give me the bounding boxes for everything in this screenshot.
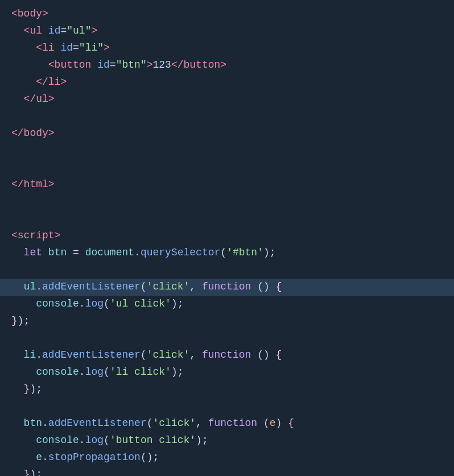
code-line-14: <script> bbox=[0, 227, 454, 245]
btn-text: 123 bbox=[153, 57, 171, 74]
paren-open: ( bbox=[104, 296, 110, 313]
attr-id: id bbox=[48, 23, 61, 40]
var-ul: ul bbox=[24, 279, 36, 296]
var-e: e bbox=[36, 449, 42, 466]
code-line-empty-5 bbox=[0, 210, 454, 227]
method-addeventlistener-btn: addEventListener bbox=[48, 415, 147, 432]
tag-html-close: </html> bbox=[11, 176, 55, 193]
code-editor: <body> <ul id="ul"> <li id="li"> <button… bbox=[0, 0, 454, 476]
code-line-18: console.log('ul click'); bbox=[0, 296, 454, 313]
tag-li-close: </li> bbox=[36, 74, 67, 91]
brace-close-btn: } bbox=[24, 466, 30, 476]
var-btn: btn bbox=[48, 245, 67, 262]
tag-close: > bbox=[104, 40, 110, 57]
code-line-27: e.stopPropagation(); bbox=[0, 449, 454, 466]
space bbox=[42, 245, 48, 262]
tag-body-open: <body> bbox=[11, 6, 48, 23]
dot: . bbox=[79, 296, 85, 313]
tag-ul-close: </ul> bbox=[24, 91, 55, 108]
paren-close-semi-btn: ); bbox=[30, 466, 42, 476]
equals: = bbox=[73, 40, 79, 57]
method-stoppropagation: stopPropagation bbox=[48, 449, 141, 466]
dot: . bbox=[36, 279, 42, 296]
method-addeventlistener-ul: addEventListener bbox=[42, 279, 141, 296]
indent bbox=[11, 23, 24, 40]
indent bbox=[11, 432, 36, 449]
paren-close-semi-ul: ); bbox=[18, 313, 30, 330]
paren-open-e: ( bbox=[257, 415, 270, 432]
code-line-22: console.log('li click'); bbox=[0, 364, 454, 381]
string-click-li: 'click' bbox=[147, 347, 190, 364]
code-line-empty-1 bbox=[0, 108, 454, 125]
method-addeventlistener-li: addEventListener bbox=[42, 347, 141, 364]
code-line-empty-2 bbox=[0, 142, 454, 159]
code-line-26: console.log('button click'); bbox=[0, 432, 454, 449]
indent bbox=[11, 347, 24, 364]
attr-id-btn: id bbox=[97, 57, 110, 74]
tag-li-open: <li bbox=[36, 40, 54, 57]
code-line-empty-3 bbox=[0, 159, 454, 176]
param-e: e bbox=[270, 415, 276, 432]
string-btn-selector: '#btn' bbox=[226, 245, 263, 262]
indent bbox=[11, 381, 24, 398]
console-btn: console bbox=[36, 432, 79, 449]
paren-open: ( bbox=[220, 245, 226, 262]
keyword-function-btn: function bbox=[208, 415, 257, 432]
indent bbox=[11, 415, 24, 432]
code-line-17-highlighted: ul.addEventListener('click', function ()… bbox=[0, 279, 454, 296]
dot: . bbox=[79, 432, 85, 449]
tag-ul-open: <ul bbox=[24, 23, 42, 40]
paren-close-semi: ); bbox=[171, 296, 184, 313]
string-ul-click: 'ul click' bbox=[110, 296, 171, 313]
indent bbox=[11, 74, 36, 91]
indent bbox=[11, 40, 36, 57]
paren-open: ( bbox=[104, 432, 110, 449]
console-ul: console bbox=[36, 296, 79, 313]
indent bbox=[11, 279, 24, 296]
keyword-function-ul: function bbox=[202, 279, 251, 296]
method-log-btn: log bbox=[85, 432, 104, 449]
dot: . bbox=[42, 415, 48, 432]
code-line-8: </body> bbox=[0, 125, 454, 142]
brace-close-ul: } bbox=[11, 313, 18, 330]
space bbox=[42, 23, 48, 40]
code-line-19: }); bbox=[0, 313, 454, 330]
string-li-click: 'li click' bbox=[110, 364, 171, 381]
tag-script-open: <script> bbox=[11, 227, 60, 245]
comma-space: , bbox=[196, 415, 208, 432]
paren-open: ( bbox=[141, 347, 147, 364]
dot: . bbox=[79, 364, 85, 381]
comma-space: , bbox=[189, 347, 202, 364]
code-line-11: </html> bbox=[0, 176, 454, 193]
brace-open-li: { bbox=[276, 347, 282, 364]
space: = bbox=[67, 245, 85, 262]
string-button-click: 'button click' bbox=[110, 432, 196, 449]
paren-close-semi: ); bbox=[171, 364, 184, 381]
console-li: console bbox=[36, 364, 79, 381]
code-line-empty-6 bbox=[0, 262, 454, 279]
space bbox=[91, 57, 97, 74]
paren-close-semi: ); bbox=[263, 245, 276, 262]
code-line-4: <button id="btn">123</button> bbox=[0, 57, 454, 74]
dot: . bbox=[134, 245, 141, 262]
indent bbox=[11, 245, 24, 262]
dot: . bbox=[42, 449, 48, 466]
string-click-btn: 'click' bbox=[152, 415, 196, 432]
indent bbox=[11, 296, 36, 313]
code-line-23: }); bbox=[0, 381, 454, 398]
equals: = bbox=[110, 57, 116, 74]
keyword-let: let bbox=[24, 245, 42, 262]
tag-button-open: <button bbox=[48, 57, 92, 74]
string-click-ul: 'click' bbox=[147, 279, 190, 296]
paren-close-semi: ); bbox=[196, 432, 208, 449]
code-line-empty-4 bbox=[0, 193, 454, 210]
equals: = bbox=[60, 23, 67, 40]
attr-val-ul: "ul" bbox=[67, 23, 91, 40]
tag-button-close: </button> bbox=[171, 57, 226, 74]
params-ul: () bbox=[251, 279, 275, 296]
method-log-ul: log bbox=[85, 296, 104, 313]
paren-open: ( bbox=[104, 364, 110, 381]
attr-val-li: "li" bbox=[79, 40, 104, 57]
var-li: li bbox=[24, 347, 36, 364]
code-line-25: btn.addEventListener('click', function (… bbox=[0, 415, 454, 432]
